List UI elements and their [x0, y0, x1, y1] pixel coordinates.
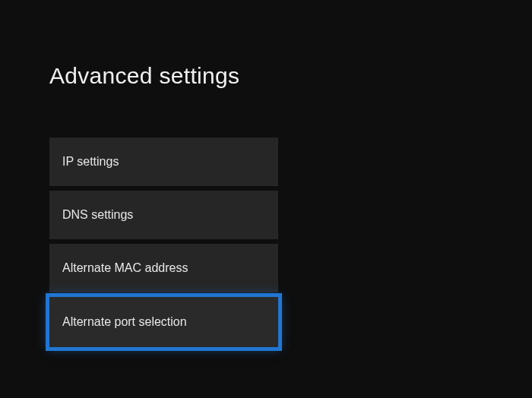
menu-item-alternate-mac-address[interactable]: Alternate MAC address	[49, 244, 278, 292]
menu-item-label: Alternate MAC address	[62, 261, 188, 275]
menu-item-label: Alternate port selection	[62, 315, 187, 329]
page-title: Advanced settings	[49, 63, 239, 89]
menu-item-label: DNS settings	[62, 208, 133, 222]
menu-item-dns-settings[interactable]: DNS settings	[49, 191, 278, 239]
settings-menu: IP settings DNS settings Alternate MAC a…	[49, 137, 278, 347]
menu-item-label: IP settings	[62, 155, 119, 169]
menu-item-ip-settings[interactable]: IP settings	[49, 137, 278, 186]
menu-item-alternate-port-selection[interactable]: Alternate port selection	[49, 297, 278, 347]
